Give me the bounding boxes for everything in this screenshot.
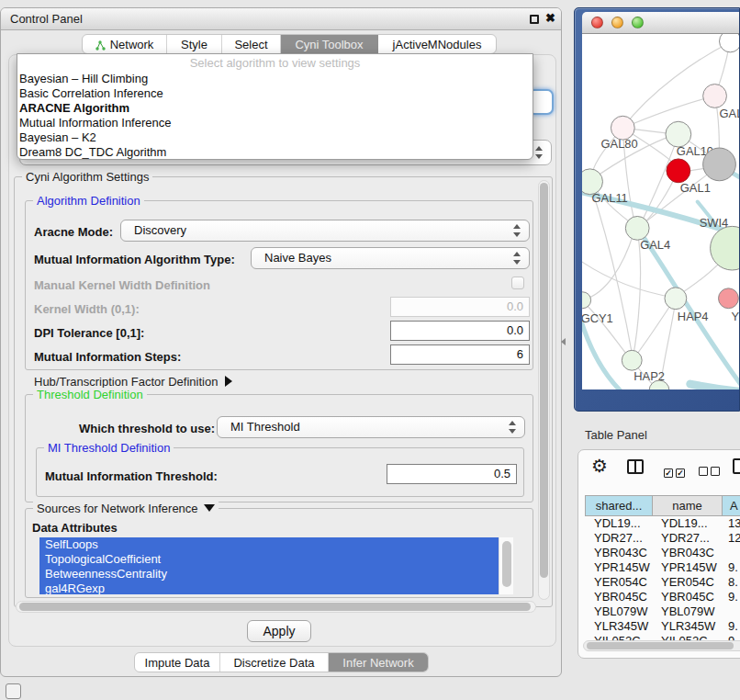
table-row[interactable]: YPR145WYPR145W9. bbox=[585, 560, 740, 575]
data-attributes-list[interactable]: SelfLoopsTopologicalCoefficientBetweenne… bbox=[39, 537, 513, 594]
table-horizontal-scrollbar[interactable] bbox=[583, 640, 740, 651]
node-label: SWI4 bbox=[700, 216, 729, 230]
tab-cyni-toolbox[interactable]: Cyni Toolbox bbox=[281, 35, 378, 53]
mi-algorithm-type-combo[interactable]: Naive Bayes bbox=[251, 247, 530, 269]
attributes-scrollbar[interactable] bbox=[499, 537, 513, 594]
network-node[interactable] bbox=[720, 34, 740, 52]
network-tab-icon bbox=[95, 40, 106, 50]
network-node-gal1[interactable] bbox=[667, 159, 690, 183]
table-row[interactable]: YER054CYER054C8. bbox=[585, 575, 740, 590]
table-horizontal-scrollbar-thumb[interactable] bbox=[587, 642, 734, 649]
network-node-swi4[interactable] bbox=[711, 226, 740, 270]
node-label: GAL80 bbox=[601, 137, 638, 151]
table-row[interactable]: YLR345WYLR345W9. bbox=[585, 619, 740, 634]
attribute-list-item[interactable]: BetweennessCentrality bbox=[39, 567, 499, 581]
network-node-gal10[interactable] bbox=[666, 121, 691, 147]
mi-threshold-label: Mutual Information Threshold: bbox=[45, 469, 218, 483]
minimized-panel-icon[interactable] bbox=[6, 683, 21, 699]
network-node-gcy1[interactable] bbox=[582, 292, 591, 309]
aracne-mode-label: Aracne Mode: bbox=[34, 225, 113, 239]
dpi-tolerance-label: DPI Tolerance [0,1]: bbox=[34, 326, 144, 340]
table-cell: YLR345W bbox=[652, 619, 722, 634]
splitter-handle[interactable] bbox=[561, 338, 566, 345]
settings-horizontal-scrollbar[interactable] bbox=[16, 601, 536, 613]
settings-horizontal-scrollbar-thumb[interactable] bbox=[19, 603, 531, 611]
table-row[interactable]: YDR27...YDR27...12 bbox=[585, 531, 740, 546]
tab-infer-network[interactable]: Infer Network bbox=[329, 653, 428, 672]
network-view-window[interactable]: GALGAL80GAL10GAL1GAL11GAL4SWI4GCY1HAP4YH… bbox=[574, 7, 740, 412]
table-row[interactable]: YBR043CYBR043C bbox=[585, 546, 740, 560]
algorithm-option[interactable]: Mutual Information Inference bbox=[17, 116, 533, 130]
settings-vertical-scrollbar[interactable] bbox=[538, 180, 550, 600]
settings-vertical-scrollbar-thumb[interactable] bbox=[540, 183, 548, 578]
network-window-titlebar[interactable] bbox=[582, 12, 739, 34]
algorithm-dropdown-placeholder: Select algorithm to view settings bbox=[17, 55, 533, 72]
attribute-list-item[interactable]: SelfLoops bbox=[39, 537, 499, 552]
aracne-mode-combo[interactable]: Discovery bbox=[120, 220, 530, 242]
close-icon[interactable]: ✖ bbox=[545, 11, 555, 25]
which-threshold-combo[interactable]: MI Threshold bbox=[217, 416, 525, 438]
tab-discretize-data[interactable]: Discretize Data bbox=[220, 653, 329, 672]
threshold-definition-title: Threshold Definition bbox=[33, 388, 147, 401]
table-cell: YBR043C bbox=[585, 546, 652, 560]
table-settings-gear-icon[interactable]: ⚙ bbox=[591, 456, 608, 476]
cyni-algorithm-settings-title: Cyni Algorithm Settings bbox=[22, 170, 152, 184]
algorithm-option[interactable]: ARACNE Algorithm bbox=[17, 101, 533, 116]
column-header-shared[interactable]: shared... bbox=[586, 496, 653, 515]
application-root: Control Panel ✖ Network Style Select Cyn… bbox=[0, 0, 740, 700]
algorithm-option[interactable]: Bayesian – Hill Climbing bbox=[17, 72, 533, 86]
select-all-rows-icon[interactable]: ✓✓ bbox=[664, 463, 688, 480]
hub-section-header[interactable]: Hub/Transcription Factor Definition bbox=[34, 375, 232, 389]
dpi-tolerance-field[interactable]: 0.0 bbox=[390, 321, 530, 341]
zoom-traffic-light-icon[interactable] bbox=[632, 17, 644, 28]
attribute-list-item[interactable]: gal4RGexp bbox=[39, 581, 499, 594]
minimize-traffic-light-icon[interactable] bbox=[611, 17, 623, 28]
sources-group-title[interactable]: Sources for Network Inference bbox=[33, 502, 219, 515]
collapsed-arrow-icon bbox=[225, 376, 232, 387]
close-traffic-light-icon[interactable] bbox=[591, 17, 603, 28]
network-node-gal4[interactable] bbox=[625, 216, 649, 240]
tab-jactivemnodules[interactable]: jActiveMNodules bbox=[378, 35, 496, 53]
mi-threshold-definition-title: MI Threshold Definition bbox=[44, 441, 174, 455]
algorithm-option[interactable]: Basic Correlation Inference bbox=[17, 86, 533, 101]
mi-threshold-field[interactable]: 0.5 bbox=[387, 464, 517, 484]
table-row[interactable]: YBL079WYBL079W bbox=[585, 604, 740, 619]
attribute-list-item[interactable]: TopologicalCoefficient bbox=[39, 552, 499, 567]
node-label: GAL1 bbox=[680, 181, 711, 195]
column-visibility-icon[interactable] bbox=[627, 459, 644, 474]
algorithm-option[interactable]: Dream8 DC_TDC Algorithm bbox=[17, 145, 533, 160]
tab-select[interactable]: Select bbox=[222, 35, 281, 53]
network-node-hap4[interactable] bbox=[665, 288, 687, 310]
tab-impute-data[interactable]: Impute Data bbox=[135, 653, 220, 672]
network-node-gal[interactable] bbox=[703, 85, 727, 108]
apply-button[interactable]: Apply bbox=[247, 620, 311, 642]
algorithm-dropdown: Select algorithm to view settings Bayesi… bbox=[17, 53, 533, 160]
control-panel-tabstrip: Network Style Select Cyni Toolbox jActiv… bbox=[82, 34, 497, 54]
table-row[interactable]: YDL19...YDL19...13 bbox=[585, 516, 740, 531]
network-node[interactable] bbox=[703, 148, 736, 181]
manual-kernel-width-checkbox[interactable] bbox=[511, 277, 524, 289]
attributes-scrollbar-thumb[interactable] bbox=[502, 541, 511, 587]
network-node-hap2[interactable] bbox=[622, 350, 642, 370]
table-cell: YPR145W bbox=[585, 560, 652, 575]
control-panel-titlebar[interactable]: Control Panel ✖ bbox=[1, 8, 561, 30]
table-cell: YDR27... bbox=[652, 531, 722, 546]
kernel-width-field[interactable]: 0.0 bbox=[390, 297, 530, 317]
table-panel-card: ⚙ ✓✓ shared... name A YDL19...YDL19...13… bbox=[577, 449, 740, 659]
algorithm-option[interactable]: Bayesian – K2 bbox=[17, 130, 533, 145]
tab-style[interactable]: Style bbox=[167, 35, 222, 53]
float-panel-icon[interactable] bbox=[530, 15, 539, 24]
mi-steps-field[interactable]: 6 bbox=[390, 344, 530, 365]
tab-network[interactable]: Network bbox=[83, 35, 167, 53]
new-column-icon[interactable] bbox=[733, 458, 740, 474]
column-header-name[interactable]: name bbox=[653, 496, 723, 515]
mi-algorithm-type-label: Mutual Information Algorithm Type: bbox=[34, 253, 235, 266]
bottom-tabstrip: Impute Data Discretize Data Infer Networ… bbox=[134, 652, 429, 672]
deselect-all-rows-icon[interactable] bbox=[699, 463, 723, 480]
network-node-y[interactable] bbox=[719, 288, 739, 309]
column-header-partial[interactable]: A bbox=[723, 496, 740, 515]
network-canvas[interactable]: GALGAL80GAL10GAL1GAL11GAL4SWI4GCY1HAP4YH… bbox=[582, 34, 740, 390]
node-label: GAL4 bbox=[640, 238, 670, 252]
table-row[interactable]: YBR045CYBR045C9. bbox=[585, 590, 740, 604]
kernel-width-label: Kernel Width (0,1): bbox=[34, 302, 140, 316]
